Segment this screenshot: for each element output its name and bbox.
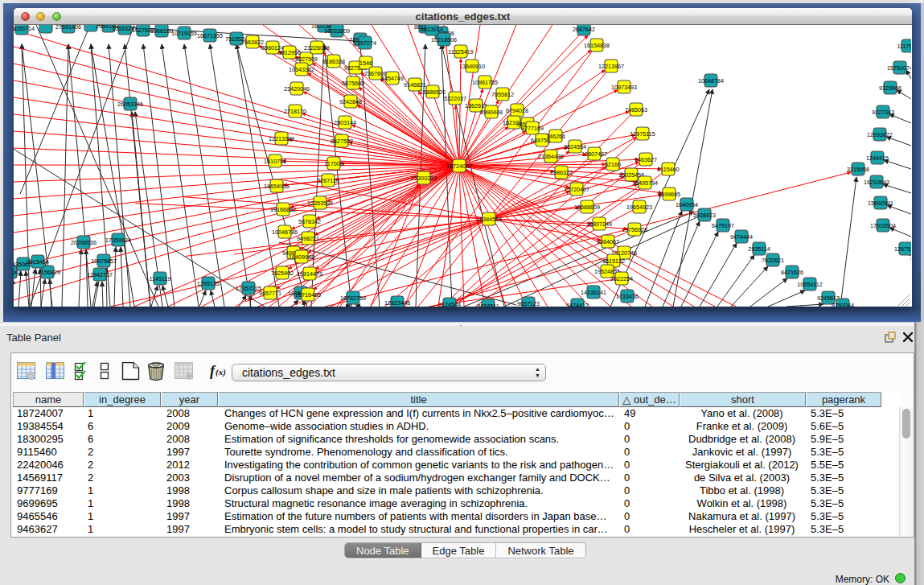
svg-text:19384554: 19384554 <box>476 216 502 223</box>
svg-text:9474412: 9474412 <box>566 302 589 307</box>
svg-text:2935114: 2935114 <box>748 245 770 253</box>
svg-text:746266: 746266 <box>546 133 565 140</box>
svg-text:8990448: 8990448 <box>480 109 503 116</box>
svg-text:19166852: 19166852 <box>270 206 296 213</box>
svg-text:3915464: 3915464 <box>27 258 49 266</box>
svg-text:3267110: 3267110 <box>317 177 339 184</box>
svg-text:6966160: 6966160 <box>150 27 173 35</box>
svg-text:15751074: 15751074 <box>887 64 911 72</box>
svg-text:10782759: 10782759 <box>340 295 366 302</box>
svg-text:7632621: 7632621 <box>762 257 784 264</box>
svg-text:117006: 117006 <box>324 160 343 167</box>
svg-text:14136141: 14136141 <box>581 289 606 296</box>
svg-text:27691406: 27691406 <box>55 25 81 31</box>
svg-text:23226058: 23226058 <box>304 44 330 51</box>
svg-text:11325419: 11325419 <box>448 48 473 56</box>
svg-text:(x): (x) <box>216 367 226 377</box>
svg-text:5878342: 5878342 <box>298 218 321 225</box>
svg-text:5322037: 5322037 <box>444 95 466 102</box>
svg-text:1640954: 1640954 <box>676 201 698 208</box>
svg-text:17016504: 17016504 <box>870 222 896 229</box>
svg-text:16210643: 16210643 <box>864 179 889 186</box>
svg-text:20206536: 20206536 <box>71 239 97 246</box>
svg-text:8813014: 8813014 <box>421 26 443 33</box>
svg-text:5875685: 5875685 <box>342 80 364 87</box>
svg-text:21364436: 21364436 <box>538 153 564 160</box>
svg-text:7986322: 7986322 <box>550 169 573 176</box>
svg-text:10719155: 10719155 <box>171 30 197 37</box>
svg-text:1267534: 1267534 <box>894 245 911 253</box>
svg-text:1117534: 1117534 <box>897 43 911 50</box>
svg-text:16154838: 16154838 <box>584 42 610 49</box>
svg-text:2687642: 2687642 <box>573 26 595 33</box>
svg-text:26053346: 26053346 <box>117 101 143 108</box>
svg-text:9146821: 9146821 <box>404 81 426 89</box>
svg-text:10807487: 10807487 <box>581 150 607 158</box>
svg-text:9777169: 9777169 <box>521 125 544 132</box>
svg-text:3215958: 3215958 <box>847 166 869 173</box>
svg-text:12213967: 12213967 <box>598 63 624 70</box>
svg-text:15720407: 15720407 <box>564 186 589 193</box>
svg-text:15692991: 15692991 <box>868 200 893 207</box>
svg-text:17357225: 17357225 <box>236 285 261 292</box>
svg-text:17359924: 17359924 <box>105 237 131 244</box>
svg-text:8454749: 8454749 <box>381 75 404 82</box>
svg-text:6479197: 6479197 <box>712 222 734 229</box>
svg-text:9474444: 9474444 <box>730 233 753 241</box>
svg-text:7485063: 7485063 <box>625 106 647 113</box>
svg-text:10688609: 10688609 <box>574 204 600 211</box>
svg-text:12156829: 12156829 <box>35 269 60 276</box>
svg-text:8427552: 8427552 <box>331 138 353 145</box>
svg-text:12093872: 12093872 <box>867 131 893 138</box>
svg-text:10046786: 10046786 <box>272 229 298 236</box>
svg-text:1244415: 1244415 <box>866 154 889 162</box>
svg-text:1615132: 1615132 <box>602 257 625 265</box>
svg-text:8186328: 8186328 <box>322 58 345 65</box>
svg-text:1295135: 1295135 <box>197 280 220 287</box>
svg-text:2803144: 2803144 <box>334 119 356 126</box>
svg-text:13640910: 13640910 <box>459 63 485 70</box>
svg-text:1610756: 1610756 <box>264 158 286 165</box>
svg-text:18807249: 18807249 <box>586 220 612 228</box>
svg-text:9227343: 9227343 <box>872 109 894 116</box>
svg-text:7357274: 7357274 <box>354 39 376 47</box>
svg-text:2522254: 2522254 <box>610 275 633 282</box>
svg-text:19756928: 19756928 <box>622 226 647 233</box>
svg-text:3624554: 3624554 <box>564 143 586 150</box>
svg-text:10218506: 10218506 <box>431 36 457 43</box>
svg-text:12923448: 12923448 <box>384 299 410 307</box>
svg-text:10543362: 10543362 <box>289 66 314 73</box>
svg-text:1733436: 1733436 <box>616 293 639 300</box>
svg-text:7955812: 7955812 <box>491 91 514 98</box>
svg-text:12975115: 12975115 <box>630 130 655 138</box>
svg-text:16495794: 16495794 <box>632 179 658 187</box>
svg-text:9699695: 9699695 <box>658 191 680 198</box>
svg-text:10648784: 10648784 <box>698 77 724 84</box>
svg-text:9115460: 9115460 <box>657 166 679 173</box>
svg-text:18724007: 18724007 <box>446 163 472 170</box>
svg-text:9657771: 9657771 <box>259 290 281 297</box>
svg-text:19654923: 19654923 <box>626 204 652 211</box>
svg-text:19654955: 19654955 <box>264 183 290 190</box>
svg-text:8793344: 8793344 <box>832 302 854 307</box>
svg-text:8327509: 8327509 <box>295 56 318 63</box>
svg-text:10973493: 10973493 <box>611 84 637 91</box>
svg-text:10961755: 10961755 <box>472 79 498 86</box>
svg-text:9124504: 9124504 <box>438 301 461 307</box>
svg-text:8834511: 8834511 <box>477 303 499 307</box>
svg-text:62160: 62160 <box>605 161 621 168</box>
svg-text:9084067: 9084067 <box>597 238 619 245</box>
svg-text:9657123: 9657123 <box>517 300 540 307</box>
svg-text:8471626: 8471626 <box>781 269 803 276</box>
svg-text:16671355: 16671355 <box>197 32 223 39</box>
svg-text:9498221: 9498221 <box>297 235 319 242</box>
svg-text:23420046: 23420046 <box>284 85 310 93</box>
svg-text:15886520: 15886520 <box>420 89 446 96</box>
svg-text:16914479: 16914479 <box>297 270 322 278</box>
svg-text:1145119: 1145119 <box>150 275 171 282</box>
svg-text:2718170: 2718170 <box>284 108 306 115</box>
svg-text:10975857: 10975857 <box>91 257 117 265</box>
svg-text:9463627: 9463627 <box>634 156 657 163</box>
svg-text:12213389: 12213389 <box>269 135 294 142</box>
svg-text:12942737: 12942737 <box>87 271 113 278</box>
